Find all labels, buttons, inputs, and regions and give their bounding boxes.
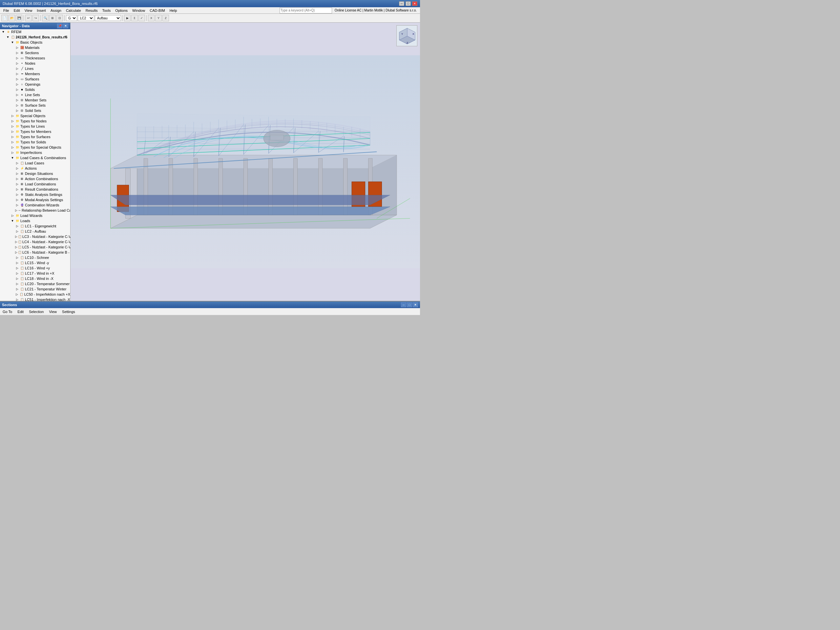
menu-options[interactable]: Options [113,8,129,13]
nav-item-rfem[interactable]: ▼ 🖥 RFEM [0,29,70,35]
expand-openings[interactable]: ▷ [15,82,19,86]
nav-item-types-members[interactable]: ▷ 📁 Types for Members [0,129,70,134]
expand-lc1[interactable]: ▷ [15,224,19,228]
expand-lc16[interactable]: ▷ [15,266,19,270]
nav-item-types-nodes[interactable]: ▷ 📁 Types for Nodes [0,118,70,124]
tb-y-axis[interactable]: Y [155,15,162,21]
nav-item-rel-lc[interactable]: ▷ ↔ Relationship Between Load Cases [0,208,70,213]
nav-item-types-surfaces[interactable]: ▷ 📁 Types for Surfaces [0,134,70,139]
menu-file[interactable]: File [1,8,11,13]
expand-lc2[interactable]: ▷ [15,229,19,233]
nav-item-load-cases[interactable]: ▷ 📋 Load Cases [0,161,70,166]
close-button[interactable]: ✕ [412,1,417,6]
nav-item-design-sit[interactable]: ▷ ⊞ Design Situations [0,171,70,176]
sections-edit[interactable]: Edit [16,309,25,314]
nav-item-solids[interactable]: ▷ ■ Solids [0,87,70,92]
nav-item-lc15[interactable]: ▷ 📋 LC15 - Wind -y [0,260,70,265]
expand-special[interactable]: ▷ [11,114,14,118]
expand-types-surfaces[interactable]: ▷ [11,135,14,139]
menu-calculate[interactable]: Calculate [64,8,83,13]
nav-item-materials[interactable]: ▷ 🧱 Materials [0,45,70,50]
nav-item-types-special[interactable]: ▷ 📁 Types for Special Objects [0,145,70,150]
expand-types-nodes[interactable]: ▷ [11,119,14,123]
expand-actions[interactable]: ▷ [15,166,19,170]
expand-thick[interactable]: ▷ [15,56,19,60]
expand-lc3[interactable]: ▷ [15,235,17,238]
sections-close-btn[interactable]: ✕ [413,303,418,307]
nav-item-openings[interactable]: ▷ ○ Openings [0,82,70,87]
nav-item-lc50[interactable]: ▷ 📋 LC50 - Imperfektion nach +X [0,292,70,297]
expand-load-wiz[interactable]: ▷ [11,214,14,218]
expand-types-solids[interactable]: ▷ [11,140,14,144]
tb-save[interactable]: 💾 [16,15,22,21]
expand-types-lines[interactable]: ▷ [11,124,14,128]
nav-item-imperfections[interactable]: ▷ 📁 Imperfections [0,150,70,155]
nav-item-action-comb[interactable]: ▷ ⊞ Action Combinations [0,176,70,182]
expand-surfaces[interactable]: ▷ [15,77,19,81]
nav-close-btn[interactable]: ✕ [63,24,68,28]
menu-insert[interactable]: Insert [35,8,48,13]
case-combo[interactable]: Aufbau [95,15,121,21]
expand-rfem[interactable]: ▼ [1,30,5,34]
expand-imperf[interactable]: ▷ [11,151,14,155]
expand-types-special[interactable]: ▷ [11,145,14,149]
expand-lc18[interactable]: ▷ [15,276,19,281]
tb-zoom-in[interactable]: 🔍 [42,15,49,21]
tb-check[interactable]: ✓ [139,15,145,21]
nav-item-lc16[interactable]: ▷ 📋 LC16 - Wind +y [0,265,70,271]
expand-design-sit[interactable]: ▷ [15,172,19,175]
expand-types-members[interactable]: ▷ [11,129,14,134]
nav-item-actions[interactable]: ▷ ⚡ Actions [0,166,70,171]
expand-lc50[interactable]: ▷ [15,292,19,296]
nav-item-basic[interactable]: ▼ 📁 Basic Objects [0,40,70,45]
menu-edit[interactable]: Edit [12,8,22,13]
nav-item-comb-wiz[interactable]: ▷ 🔮 Combination Wizards [0,202,70,208]
nav-item-linesets[interactable]: ▷ ≡ Line Sets [0,92,70,98]
nav-item-solidsets[interactable]: ▷ ⊟ Solid Sets [0,108,70,113]
nav-item-thicknesses[interactable]: ▷ ▭ Thicknesses [0,55,70,61]
expand-action-comb[interactable]: ▷ [15,177,19,181]
tb-zoom-sel[interactable]: ⊡ [57,15,63,21]
nav-item-lc21[interactable]: ▷ 📋 LC21 - Temperatur Winter [0,286,70,292]
tb-render[interactable]: ▶ [124,15,131,21]
minimize-button[interactable]: ─ [399,1,404,6]
expand-lines[interactable]: ▷ [15,66,19,71]
expand-surfacesets[interactable]: ▷ [15,103,19,107]
expand-sections[interactable]: ▷ [15,51,19,55]
expand-load-combs[interactable]: ▼ [11,156,14,160]
search-input[interactable] [279,8,332,13]
expand-lc6[interactable]: ▷ [15,250,17,254]
nav-pin-btn[interactable]: 📌 [57,24,62,28]
nav-item-lc10[interactable]: ▷ 📋 LC10 - Schnee [0,255,70,260]
nav-item-load-wiz[interactable]: ▷ 📁 Load Wizards [0,213,70,218]
nav-item-membersets[interactable]: ▷ ⊟ Member Sets [0,98,70,103]
nav-item-lc1[interactable]: ▷ 📋 LC1 - Eigengewicht [0,223,70,229]
expand-load-cases[interactable]: ▷ [15,161,19,165]
expand-loads[interactable]: ▼ [11,219,14,223]
sections-min-btn[interactable]: ─ [401,303,406,307]
expand-result-comb[interactable]: ▷ [15,187,19,191]
tb-undo[interactable]: ↩ [25,15,32,21]
nav-item-lines[interactable]: ▷ ╱ Lines [0,66,70,71]
expand-linesets[interactable]: ▷ [15,93,19,97]
nav-item-surfacesets[interactable]: ▷ ⊟ Surface Sets [0,103,70,108]
sections-goto[interactable]: Go To [1,309,13,314]
tb-x-axis[interactable]: X [148,15,155,21]
menu-cadbim[interactable]: CAD-BIM [148,8,167,13]
nav-item-lc51[interactable]: ▷ 📋 LC51 - Imperfektion nach -X [0,297,70,301]
expand-solids[interactable]: ▷ [15,88,19,92]
nav-item-sections[interactable]: ▷ ⊞ Sections [0,50,70,55]
expand-materials[interactable]: ▷ [15,46,19,49]
expand-modal[interactable]: ▷ [15,198,19,202]
expand-static[interactable]: ▷ [15,193,19,197]
nav-item-static-anal[interactable]: ▷ ⚙ Static Analysis Settings [0,192,70,197]
expand-lc15[interactable]: ▷ [15,261,19,265]
nav-item-lc4[interactable]: ▷ 📋 LC4 - Nutzlast - Kategorie C-Var 1 [0,239,70,245]
nav-item-lc5[interactable]: ▷ 📋 LC5 - Nutzlast - Kategorie C-Var 2 [0,245,70,250]
nav-item-loads[interactable]: ▼ 📁 Loads [0,218,70,223]
nav-item-types-solids[interactable]: ▷ 📁 Types for Solids [0,139,70,145]
sections-settings[interactable]: Settings [61,309,76,314]
view-cube[interactable]: X Y Z [396,25,417,46]
expand-lc51[interactable]: ▷ [15,298,19,301]
nav-item-load-combs[interactable]: ▼ 📁 Load Cases & Combinations [0,155,70,161]
